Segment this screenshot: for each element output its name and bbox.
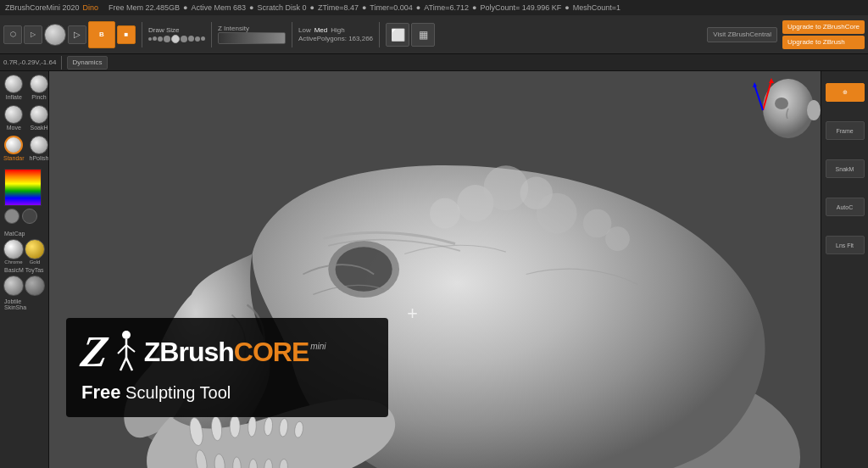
inflate-label: Inflate — [6, 94, 22, 100]
snakm-label: SnakM — [836, 166, 854, 172]
jobtile-label: Jobtile SkinSha — [2, 298, 47, 311]
atime: ATime=6.712 — [424, 3, 469, 12]
svg-point-4 — [230, 415, 240, 437]
gold-mat[interactable]: Gold — [25, 239, 45, 265]
active-mem: Active Mem 683 — [192, 3, 247, 12]
standard-brush[interactable]: Standar — [2, 134, 26, 163]
low-btn[interactable]: Low — [298, 26, 311, 34]
color-square[interactable] — [4, 169, 42, 206]
doc-icon-2[interactable]: ▦ — [411, 23, 435, 47]
separator3: ● — [310, 3, 314, 12]
svg-line-27 — [118, 345, 126, 354]
axis-svg — [753, 76, 774, 114]
zbrushcore-overlay: Z ZBrush CORE mini Free Sculpting Tool — [66, 318, 388, 417]
matcap-label: MatCap — [2, 230, 47, 237]
tagline-bold: Free — [81, 382, 120, 403]
ztime: ZTime=8.47 — [318, 3, 359, 12]
inflate-brush[interactable]: Inflate — [2, 73, 26, 102]
materials-section: MatCap Chrome Gold BasicM ToyTas Jobtile… — [0, 228, 48, 313]
draw-size-section: Draw Size — [148, 26, 205, 43]
separator6: ● — [472, 3, 476, 12]
gold-icon — [25, 239, 45, 259]
svg-line-36 — [754, 85, 763, 110]
color-picker[interactable] — [2, 166, 47, 226]
toolbar-right: Visit ZBrushCentral Upgrade to ZBrushCor… — [707, 20, 865, 49]
separator5: ● — [416, 3, 420, 12]
tagline: Free Sculpting Tool — [81, 382, 373, 404]
svg-point-23 — [605, 226, 630, 251]
mini-text: mini — [310, 342, 326, 351]
divider-3 — [292, 22, 292, 47]
divider-1 — [142, 22, 142, 47]
doc-section: ⬜ ▦ — [386, 23, 435, 47]
app-name: ZBrushCoreMini 2020 — [5, 3, 80, 12]
divider-2 — [211, 22, 212, 47]
tagline-rest: Sculpting Tool — [120, 383, 231, 402]
toolbar2-divider — [61, 56, 62, 70]
tool-btn-1[interactable]: ⬡ — [3, 25, 22, 44]
move-brush[interactable]: Move — [2, 103, 26, 132]
dynamics-btn[interactable]: Dynamics — [67, 56, 107, 70]
lnsflt-label: Lns Flt — [836, 242, 854, 248]
pinch-icon — [30, 75, 48, 93]
hpolish-brush[interactable]: hPolish — [28, 134, 49, 163]
chrome-icon — [3, 239, 24, 259]
upgrade-core-btn[interactable]: Upgrade to ZBrushCore — [782, 20, 865, 34]
lnsflt-btn[interactable]: Lns Flt — [826, 236, 865, 254]
svg-line-28 — [126, 345, 135, 352]
material-grid-2 — [2, 274, 47, 298]
svg-point-21 — [430, 198, 460, 229]
timer: Timer=0.004 — [370, 3, 412, 12]
inflate-icon — [4, 75, 23, 93]
z-intensity-slider[interactable] — [218, 32, 286, 44]
sphere-icon[interactable] — [44, 24, 66, 46]
fg-color[interactable] — [4, 209, 19, 224]
main-canvas[interactable]: + Z ZBrush CORE mini — [49, 71, 821, 468]
color-swatches — [4, 209, 44, 224]
snakm-btn[interactable]: SnakM — [826, 159, 865, 178]
autoc-label: AutoC — [837, 204, 853, 210]
soakh-icon — [30, 105, 48, 124]
coord-display: 0.7R,-0.29V,-1.64 — [3, 58, 56, 66]
chrome-mat[interactable]: Chrome — [3, 239, 24, 265]
scratch-disk: Scratch Disk 0 — [258, 3, 307, 12]
med-btn[interactable]: Med — [314, 26, 328, 34]
svg-line-29 — [120, 358, 126, 370]
basicm-icon[interactable] — [3, 276, 24, 296]
tool-btn-2[interactable]: ▷ — [24, 25, 42, 44]
visit-zbrushcentral-btn[interactable]: Visit ZBrushCentral — [707, 27, 777, 42]
zbrush-figure-icon: Z — [78, 330, 111, 374]
move-label: Move — [7, 125, 21, 131]
tool-btn-3[interactable]: ▷ — [68, 25, 86, 44]
svg-line-34 — [763, 81, 771, 110]
high-btn[interactable]: High — [331, 26, 344, 34]
svg-marker-37 — [753, 82, 757, 87]
left-sidebar: Inflate Pinch Move SoakH Standar hPolish — [0, 71, 49, 468]
svg-text:+: + — [407, 303, 418, 324]
frame-btn[interactable]: Frame — [826, 121, 865, 140]
brush-tool-btn[interactable]: B — [88, 21, 115, 48]
gizmo-btn[interactable]: ⊕ — [826, 83, 865, 102]
upgrade-zbrush-btn[interactable]: Upgrade to ZBrush — [782, 36, 865, 49]
doc-icon-1[interactable]: ⬜ — [386, 23, 409, 47]
core-text: CORE — [234, 338, 309, 365]
z-intensity-section: Z Intensity — [218, 25, 286, 44]
frame-label: Frame — [836, 128, 853, 134]
tool-section: ⬡ ▷ ▷ B ■ — [3, 21, 136, 48]
chrome-label: Chrome — [4, 259, 22, 265]
toytas-icon[interactable] — [25, 276, 45, 296]
zbrush-text: ZBrush — [144, 338, 234, 365]
zbrush-text-group: ZBrush CORE mini — [144, 338, 326, 365]
standard-label: Standar — [3, 155, 25, 161]
bg-color[interactable] — [22, 209, 37, 224]
svg-point-20 — [537, 193, 577, 234]
autoc-btn[interactable]: AutoC — [826, 198, 865, 216]
tool-btn-4[interactable]: ■ — [117, 25, 136, 44]
draw-size-slider[interactable] — [148, 35, 205, 43]
soakh-brush[interactable]: SoakH — [28, 103, 49, 132]
mesh-count: MeshCount=1 — [573, 3, 620, 12]
upgrade-section: Upgrade to ZBrushCore Upgrade to ZBrush — [782, 20, 865, 49]
move-icon — [4, 105, 23, 124]
gizmo-icon: ⊕ — [843, 89, 848, 96]
pinch-brush[interactable]: Pinch — [28, 73, 49, 102]
